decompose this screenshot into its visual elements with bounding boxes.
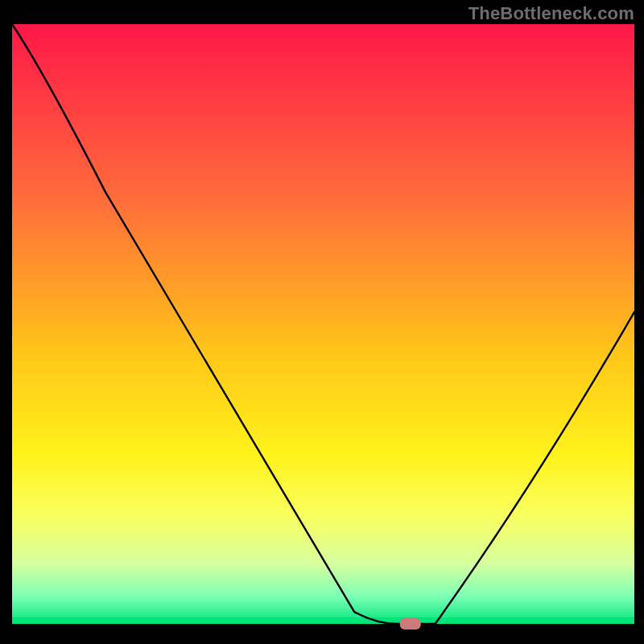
optimal-marker: [400, 618, 421, 630]
bottleneck-chart: [0, 0, 644, 644]
watermark-text: TheBottleneck.com: [469, 3, 634, 24]
chart-frame: TheBottleneck.com: [0, 0, 644, 644]
baseline-bar: [12, 617, 634, 624]
gradient-background: [12, 24, 634, 624]
